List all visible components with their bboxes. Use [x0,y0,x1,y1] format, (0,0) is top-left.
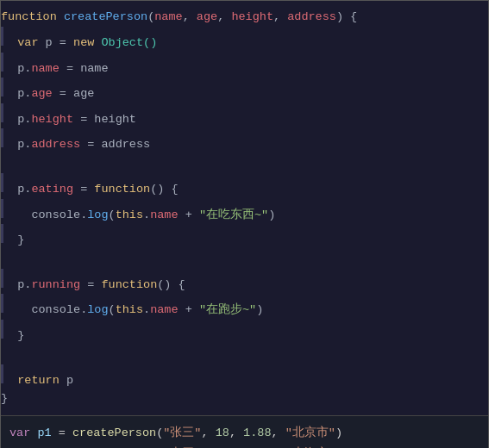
code-token: ( [147,8,154,27]
code-token: , [201,445,215,448]
code-token: p [3,84,24,103]
code-token: . [24,84,31,103]
code-line: var p = new Object() [1,27,488,53]
code-line: p.name = name [1,53,488,78]
bottom-code-line: var p1 = createPerson("张三", 18, 1.88, "北… [1,423,488,444]
code-token: , [271,445,285,448]
code-line: return p [1,364,488,390]
code-token: ( [156,445,163,448]
code-token: "张三" [163,424,201,443]
code-token: function [94,180,150,199]
code-token: = [60,59,80,78]
code-token: , [201,424,215,443]
code-token: p2 [37,445,51,448]
code-token: . [143,206,150,225]
code-token: . [24,59,31,78]
code-token: running [31,276,80,295]
code-token: Object() [94,34,157,53]
code-token: , [229,424,243,443]
code-token: ) { [336,8,357,27]
code-token: p [60,371,73,390]
code-token: name [150,301,178,320]
code-token: this [116,206,143,225]
code-token: log [87,301,108,320]
code-token: 1.88 [243,424,271,443]
code-token: age [73,84,94,103]
code-token: log [87,206,108,225]
code-token: "上海市" [285,445,335,448]
code-token: console [3,301,80,320]
code-token: ( [156,424,163,443]
code-token: console [3,206,80,225]
code-token: () { [150,180,178,199]
code-token: () { [157,276,185,295]
code-token: createPerson [72,424,156,443]
code-token: new [73,34,94,53]
code-token: "李四" [163,445,201,448]
code-line: } [1,320,488,345]
code-token: var [9,424,30,443]
code-token: height [94,110,136,129]
top-code-block: function createPerson(name, age, height,… [1,1,488,416]
code-token: name [154,8,182,27]
code-token: = [73,110,94,129]
code-token: name [80,59,108,78]
code-token: p [3,135,24,154]
code-line: } [1,224,488,250]
code-token: = [73,180,94,199]
code-token: = [52,445,72,448]
code-token: var [3,34,39,53]
code-line [1,345,488,364]
code-line: console.log(this.name + "在吃东西~") [1,199,488,225]
code-token: p [3,110,24,129]
code-token: name [31,59,59,78]
code-token: , [229,445,243,448]
code-token: = [80,276,101,295]
bottom-code-line: var p2 = createPerson("李四", 20, 1.68, "上… [1,444,488,448]
code-token: eating [31,180,73,199]
code-line: p.eating = function() { [1,173,488,199]
code-token: 1.68 [243,445,271,448]
code-token: . [80,206,87,225]
code-token: var [9,445,30,448]
code-token: function [1,8,57,27]
code-line: console.log(this.name + "在跑步~") [1,294,488,320]
code-token [30,445,37,448]
code-editor: function createPerson(name, age, height,… [0,0,489,448]
code-token: function [101,276,157,295]
code-token: , [273,8,287,27]
code-token: } [3,327,24,345]
bottom-code-block: CSDN @爱lly var p1 = createPerson("张三", 1… [1,416,488,448]
code-token: height [231,8,273,27]
code-line: function createPerson(name, age, height,… [1,8,488,27]
code-token: = [52,424,72,443]
code-line: } [1,389,488,408]
code-token: ( [109,301,116,320]
code-token: . [80,301,87,320]
code-token: address [101,135,150,154]
code-token: , [217,8,231,27]
code-token: + [179,301,199,320]
code-token: . [24,276,31,295]
code-token: + [179,206,199,225]
code-line: p.address = address [1,128,488,154]
code-token: age [197,8,217,27]
code-token: , [183,8,197,27]
code-token: } [1,389,8,408]
code-token: . [143,301,150,320]
code-token: p [3,180,24,199]
code-line: p.height = height [1,103,488,129]
code-token: , [271,424,285,443]
code-token: . [24,180,31,199]
code-token: 18 [216,424,229,443]
code-token: createPerson [72,445,156,448]
code-line: p.age = age [1,78,488,103]
code-token: return [3,371,60,390]
code-line [1,154,488,173]
code-token: address [31,135,80,154]
code-token: 20 [216,445,229,448]
code-token: ) [268,206,275,225]
code-token [30,424,37,443]
code-token: = [80,135,101,154]
code-token: p1 [37,424,51,443]
